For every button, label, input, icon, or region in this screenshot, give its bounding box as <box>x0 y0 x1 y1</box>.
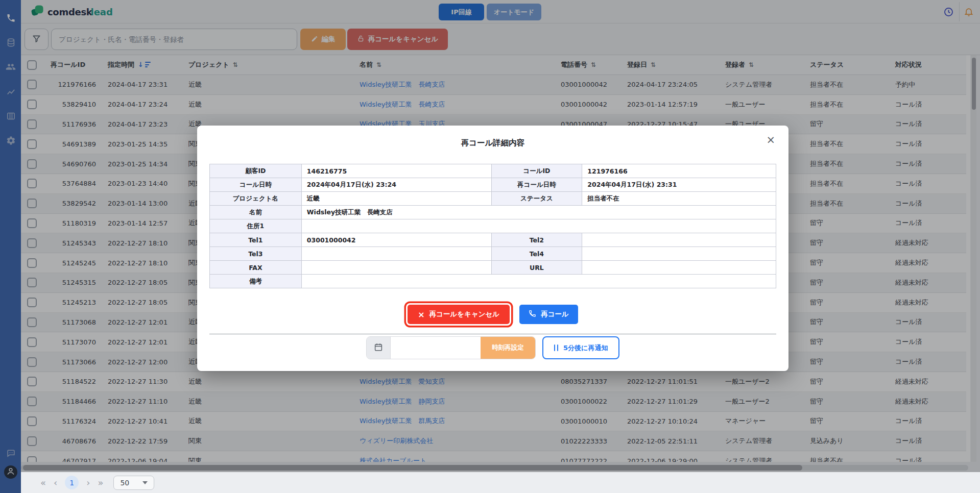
field-value: 2024年04月17日(水) 23:31 <box>582 178 776 192</box>
reset-time-button[interactable]: 時刻再設定 <box>481 337 535 359</box>
field-label: 再コール日時 <box>491 178 582 192</box>
field-label: コールID <box>491 164 582 178</box>
modal-title: 再コール詳細内容 <box>197 138 788 149</box>
recall-label: 再コール <box>541 310 569 319</box>
datetime-input[interactable] <box>391 337 481 359</box>
field-value: 146216775 <box>301 164 491 178</box>
current-page[interactable]: 1 <box>65 476 79 489</box>
field-label: FAX <box>210 261 302 275</box>
next-page-button[interactable]: › <box>86 478 90 487</box>
detail-table: 顧客ID 146216775 コールID 121976166 コール日時 202… <box>209 164 776 288</box>
field-value: 近畿 <box>301 192 491 206</box>
calendar-icon <box>374 342 383 354</box>
modal-divider <box>209 334 776 334</box>
chevron-down-icon <box>142 481 148 484</box>
cancel-recall-label: 再コールをキャンセル <box>429 310 500 319</box>
field-label: ステータス <box>491 192 582 206</box>
field-value <box>301 219 776 233</box>
first-page-button[interactable]: « <box>40 478 46 487</box>
field-value <box>301 275 776 288</box>
field-label: Tel4 <box>491 247 582 261</box>
field-value: 2024年04月17日(水) 23:24 <box>301 178 491 192</box>
field-value: 担当者不在 <box>582 192 776 206</box>
close-icon[interactable]: × <box>766 135 775 145</box>
field-label: コール日時 <box>210 178 302 192</box>
field-label: 住所1 <box>210 219 302 233</box>
recall-button[interactable]: 再コール <box>519 305 578 324</box>
last-page-button[interactable]: » <box>98 478 103 487</box>
field-label: Tel2 <box>491 233 582 247</box>
field-label: 名前 <box>210 206 302 219</box>
calendar-button[interactable] <box>367 337 391 359</box>
recall-detail-modal: 再コール詳細内容 × 顧客ID 146216775 コールID 12197616… <box>197 126 788 371</box>
field-label: Tel3 <box>210 247 302 261</box>
field-value: 03001000042 <box>301 233 491 247</box>
field-label: URL <box>491 261 582 275</box>
field-value <box>582 261 776 275</box>
field-value <box>301 247 491 261</box>
page-size-value: 50 <box>120 479 129 487</box>
field-label: 備考 <box>210 275 302 288</box>
field-value: Widsley技研工業 長崎支店 <box>301 206 776 219</box>
field-value <box>301 261 491 275</box>
field-label: プロジェクト名 <box>210 192 302 206</box>
field-value: 121976166 <box>582 164 776 178</box>
field-value <box>582 233 776 247</box>
field-value <box>582 247 776 261</box>
page-size-select[interactable]: 50 <box>113 476 154 490</box>
cancel-recall-button[interactable]: × 再コールをキャンセル <box>408 305 510 324</box>
x-icon: × <box>418 310 424 319</box>
prev-page-button[interactable]: ‹ <box>54 478 57 487</box>
pause-icon <box>554 344 559 351</box>
phone-icon <box>529 310 536 319</box>
field-label: 顧客ID <box>210 164 302 178</box>
pagination-bar: « ‹ 1 › » 50 <box>21 472 980 493</box>
renotify-label: 5分後に再通知 <box>563 343 608 353</box>
renotify-button[interactable]: 5分後に再通知 <box>542 336 619 359</box>
datetime-group: 時刻再設定 <box>366 336 536 359</box>
field-label: Tel1 <box>210 233 302 247</box>
